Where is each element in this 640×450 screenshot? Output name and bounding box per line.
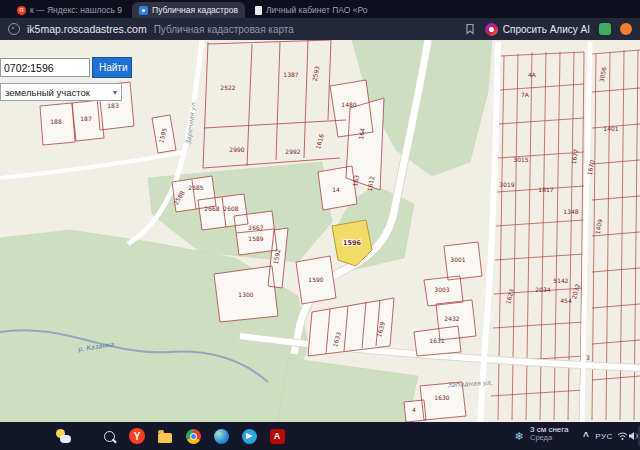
acrobat-button[interactable]: A xyxy=(268,427,286,445)
yandex-favicon-icon: Я xyxy=(17,6,26,15)
bookmark-icon[interactable] xyxy=(464,23,476,35)
alice-icon xyxy=(485,23,498,36)
parcel-label: 1596 xyxy=(343,239,362,247)
site-info-icon[interactable] xyxy=(8,23,20,35)
object-type-value: земельный участок xyxy=(5,87,90,98)
alice-assistant-button[interactable]: Спросить Алису AI xyxy=(485,23,590,36)
chevron-down-icon: ▾ xyxy=(113,88,117,97)
parcel-label: 3 xyxy=(586,354,590,361)
parcel-label: 183 xyxy=(107,102,119,109)
parcel-label: 187 xyxy=(80,115,92,122)
document-favicon-icon xyxy=(255,6,262,15)
alice-label: Спросить Алису AI xyxy=(503,24,590,35)
extension-green-icon[interactable] xyxy=(599,23,611,35)
tab-label: Публичная кадастров xyxy=(152,5,238,15)
chevron-up-icon: ^ xyxy=(583,431,589,442)
parcel-label: 1348 xyxy=(563,208,578,215)
map-area: 2522138725931480299029921616164163161214… xyxy=(0,40,640,422)
parcel-label: 2034 xyxy=(535,286,550,293)
folder-icon xyxy=(158,433,172,443)
taskbar-search-button[interactable] xyxy=(100,427,118,445)
edge-icon xyxy=(214,429,229,444)
parcel-label: 1300 xyxy=(238,291,253,298)
parcel-label: 1630 xyxy=(434,394,449,401)
parcel-label: 4А xyxy=(528,71,537,78)
tab-label: к — Яндекс: нашлось 9 xyxy=(30,5,122,15)
yandex-browser-icon: Y xyxy=(129,428,145,444)
parcel-label: 14 xyxy=(332,186,340,193)
url-text[interactable]: ik5map.roscadastres.com xyxy=(27,23,147,35)
weather-status-button[interactable]: ❄ xyxy=(510,427,528,445)
taskbar: Y A ❄ 3 см снега Среда ^ РУС xyxy=(0,422,640,450)
wifi-icon xyxy=(617,431,628,441)
yandex-browser-button[interactable]: Y xyxy=(128,427,146,445)
tab-bar: Я к — Яндекс: нашлось 9 Публичная кадаст… xyxy=(0,0,640,18)
parcel-label: 3001 xyxy=(450,256,465,263)
parcel-label: 1387 xyxy=(283,71,298,78)
search-icon xyxy=(104,431,115,442)
language-indicator[interactable]: РУС xyxy=(594,427,614,445)
parcel-label: 1401 xyxy=(603,125,618,132)
address-bar: ik5map.roscadastres.com Публичная кадаст… xyxy=(0,18,640,40)
object-type-dropdown[interactable]: земельный участок ▾ xyxy=(0,83,122,101)
parcel-label: 1817 xyxy=(538,186,553,193)
parcel-label: 2668 xyxy=(204,205,219,212)
edge-button[interactable] xyxy=(212,427,230,445)
language-label: РУС xyxy=(595,432,613,441)
parcel-label: 454 xyxy=(560,297,572,304)
parcel-label: 1589 xyxy=(248,235,263,242)
tab-label: Личный кабинет ПАО «Ро xyxy=(266,5,368,15)
tab-yandex-search[interactable]: Я к — Яндекс: нашлось 9 xyxy=(10,2,129,18)
parcel-label: 2432 xyxy=(444,315,459,322)
chrome-icon xyxy=(186,429,201,444)
parcel-label: 2990 xyxy=(229,146,244,153)
parcel-label: 4 xyxy=(412,406,416,413)
parcel-label: 2522 xyxy=(220,84,235,91)
parcel-label: 3003 xyxy=(434,286,449,293)
tab-personal-account[interactable]: Личный кабинет ПАО «Ро xyxy=(248,2,375,18)
parcel-label: 1590 xyxy=(308,276,323,283)
parcel-label: 3015 xyxy=(513,156,528,163)
search-input[interactable] xyxy=(0,58,90,77)
parcel-label: 2992 xyxy=(285,148,300,155)
map-favicon-icon xyxy=(139,6,148,15)
browser-window: Я к — Яндекс: нашлось 9 Публичная кадаст… xyxy=(0,0,640,450)
tray-expand-button[interactable]: ^ xyxy=(580,427,592,445)
parcel-label: 7А xyxy=(521,91,530,98)
parcel-label: 1480 xyxy=(341,101,356,108)
search-panel: Найти земельный участок ▾ xyxy=(0,57,132,101)
file-explorer-button[interactable] xyxy=(156,427,174,445)
find-button[interactable]: Найти xyxy=(92,57,132,78)
parcel-label: 2608 xyxy=(223,205,238,212)
telegram-button[interactable] xyxy=(240,427,258,445)
parcel-label: 2667 xyxy=(248,224,263,231)
acrobat-icon: A xyxy=(270,429,285,444)
chrome-button[interactable] xyxy=(184,427,202,445)
parcel-label: 188 xyxy=(50,118,62,125)
network-tray-button[interactable] xyxy=(616,427,628,445)
parcel-label: 1631 xyxy=(429,337,444,344)
snowflake-icon: ❄ xyxy=(514,430,523,443)
weather-icon xyxy=(55,428,71,444)
telegram-icon xyxy=(242,429,257,444)
parcel-label: 5142 xyxy=(553,277,568,284)
page-title: Публичная кадастровая карта xyxy=(154,24,294,35)
tab-cadastral-map[interactable]: Публичная кадастров xyxy=(132,2,245,18)
parcel-label: 3019 xyxy=(499,181,514,188)
weather-line2: Среда xyxy=(530,434,568,443)
extension-orange-icon[interactable] xyxy=(620,23,632,35)
parcel-label: 2585 xyxy=(188,184,203,191)
weather-widget-button[interactable] xyxy=(54,427,72,445)
weather-status-text[interactable]: 3 см снега Среда xyxy=(530,425,568,443)
